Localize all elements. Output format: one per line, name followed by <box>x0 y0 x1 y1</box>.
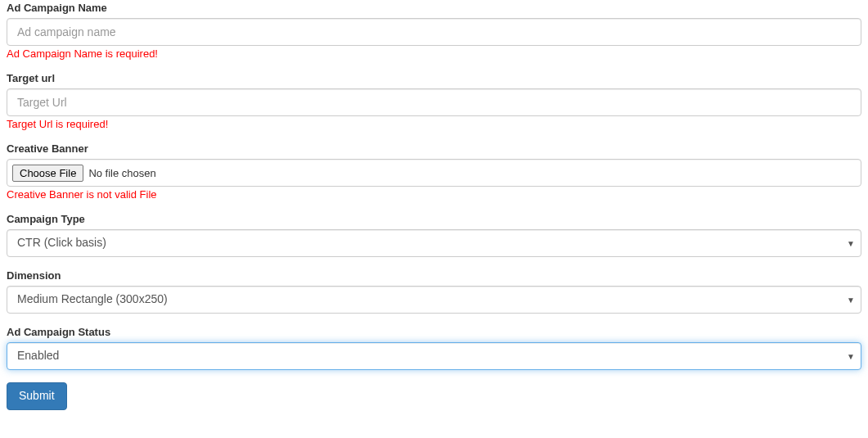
submit-button[interactable]: Submit <box>7 382 67 410</box>
file-input-wrapper: Choose File No file chosen <box>7 159 861 187</box>
field-creative-banner: Creative Banner Choose File No file chos… <box>7 142 861 201</box>
label-creative-banner: Creative Banner <box>7 142 861 155</box>
choose-file-button[interactable]: Choose File <box>12 165 83 182</box>
input-target-url[interactable] <box>7 88 861 116</box>
field-ad-campaign-status: Ad Campaign Status Enabled ▼ <box>7 326 861 370</box>
select-dimension[interactable]: Medium Rectangle (300x250) <box>7 286 861 314</box>
error-target-url: Target Url is required! <box>7 118 861 130</box>
label-campaign-type: Campaign Type <box>7 213 861 225</box>
label-ad-campaign-status: Ad Campaign Status <box>7 326 861 338</box>
ad-campaign-form: Ad Campaign Name Ad Campaign Name is req… <box>7 2 861 410</box>
field-campaign-type: Campaign Type CTR (Click basis) ▼ <box>7 213 861 257</box>
error-creative-banner: Creative Banner is not valid File <box>7 188 861 201</box>
select-campaign-type[interactable]: CTR (Click basis) <box>7 229 861 257</box>
input-ad-campaign-name[interactable] <box>7 18 861 46</box>
select-ad-campaign-status[interactable]: Enabled <box>7 342 861 370</box>
field-ad-campaign-name: Ad Campaign Name Ad Campaign Name is req… <box>7 2 861 60</box>
label-dimension: Dimension <box>7 269 861 282</box>
file-status-text: No file chosen <box>88 167 155 179</box>
label-target-url: Target url <box>7 72 861 84</box>
field-dimension: Dimension Medium Rectangle (300x250) ▼ <box>7 269 861 314</box>
error-ad-campaign-name: Ad Campaign Name is required! <box>7 47 861 60</box>
label-ad-campaign-name: Ad Campaign Name <box>7 2 861 14</box>
field-target-url: Target url Target Url is required! <box>7 72 861 130</box>
